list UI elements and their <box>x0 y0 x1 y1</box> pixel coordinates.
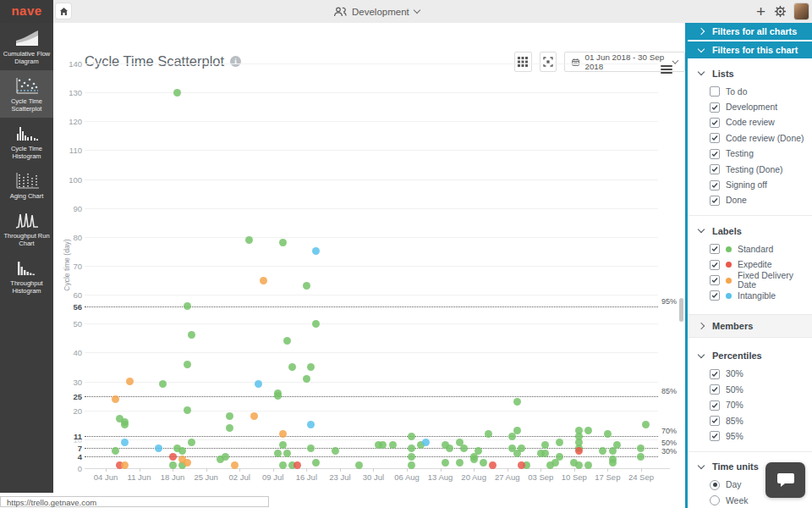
data-point[interactable] <box>294 461 301 469</box>
checkbox-option-70[interactable]: 70% <box>710 397 812 412</box>
section-head-labels[interactable]: Labels <box>688 224 812 238</box>
data-point[interactable] <box>288 363 296 371</box>
checkbox-option-codereviewdone[interactable]: Code review (Done) <box>710 130 812 146</box>
checkbox-checked[interactable] <box>710 180 720 190</box>
data-point[interactable] <box>312 459 320 467</box>
data-point[interactable] <box>188 439 195 446</box>
data-point[interactable] <box>178 447 186 455</box>
data-point[interactable] <box>274 392 282 400</box>
radio-unselected[interactable] <box>710 495 720 505</box>
data-point[interactable] <box>389 441 397 449</box>
checkbox-checked[interactable] <box>710 400 720 411</box>
plus-icon[interactable]: + <box>755 3 766 19</box>
data-point[interactable] <box>408 453 415 461</box>
data-point[interactable] <box>245 236 253 244</box>
grid-view-button[interactable] <box>514 52 532 72</box>
data-point[interactable] <box>609 447 617 455</box>
data-point[interactable] <box>513 398 521 406</box>
sidebar-item-cycle-time[interactable]: Cycle TimeHistogram <box>0 118 53 165</box>
checkbox-option-95[interactable]: 95% <box>710 428 812 444</box>
data-point[interactable] <box>169 453 177 461</box>
avatar[interactable] <box>794 3 809 19</box>
data-point[interactable] <box>112 395 119 403</box>
data-point[interactable] <box>184 406 191 414</box>
sidebar-item-cycle-time[interactable]: Cycle TimeScatterplot <box>0 70 53 118</box>
checkbox-checked[interactable] <box>710 275 720 285</box>
data-point[interactable] <box>279 441 287 449</box>
checkbox-option-testingdone[interactable]: Testing (Done) <box>710 162 812 177</box>
checkbox-checked[interactable] <box>710 118 720 128</box>
checkbox-checked[interactable] <box>710 431 720 441</box>
checkbox-checked[interactable] <box>710 290 720 301</box>
sidebar-item-throughput[interactable]: ThroughputHistogram <box>0 252 53 300</box>
checkbox-option-85[interactable]: 85% <box>710 413 812 428</box>
data-point[interactable] <box>279 239 287 246</box>
board-selector[interactable]: Development <box>333 0 420 23</box>
data-point[interactable] <box>470 456 478 463</box>
data-point[interactable] <box>609 459 617 467</box>
data-point[interactable] <box>408 444 415 452</box>
data-point[interactable] <box>112 447 119 455</box>
fullscreen-button[interactable] <box>540 52 557 72</box>
data-point[interactable] <box>312 320 320 328</box>
data-point[interactable] <box>250 412 258 420</box>
data-point[interactable] <box>169 461 177 469</box>
panel-header-filters-for-this-chart[interactable]: Filters for this chart <box>688 41 812 58</box>
data-point[interactable] <box>279 461 287 469</box>
checkbox-checked[interactable] <box>710 149 720 159</box>
checkbox-checked[interactable] <box>710 196 720 206</box>
chart-menu-hamburger-icon[interactable] <box>661 65 672 75</box>
sidebar-item-cumulative-flow[interactable]: Cumulative FlowDiagram <box>0 23 53 70</box>
checkbox-checked[interactable] <box>710 102 720 113</box>
checkbox-option-todo[interactable]: To do <box>710 84 812 99</box>
data-point[interactable] <box>184 459 191 467</box>
data-point[interactable] <box>575 461 583 469</box>
data-point[interactable] <box>456 459 464 467</box>
scrollbar[interactable] <box>679 298 683 322</box>
data-point[interactable] <box>485 430 492 438</box>
data-point[interactable] <box>184 361 191 368</box>
checkbox-checked[interactable] <box>710 244 720 254</box>
data-point[interactable] <box>460 444 468 452</box>
data-point[interactable] <box>513 450 521 457</box>
section-head-percentiles[interactable]: Percentiles <box>688 349 812 363</box>
panel-header-filters-for-all-charts[interactable]: Filters for all charts <box>688 23 812 40</box>
checkbox-checked[interactable] <box>710 416 720 426</box>
home-button[interactable] <box>56 3 71 19</box>
checkbox-checked[interactable] <box>710 260 720 270</box>
checkbox-checked[interactable] <box>710 369 720 379</box>
gear-icon[interactable] <box>774 5 787 18</box>
checkbox-option-development[interactable]: Development <box>710 99 812 114</box>
data-point[interactable] <box>332 447 339 455</box>
chat-button[interactable] <box>765 462 805 498</box>
sidebar-item-aging-chart[interactable]: Aging Chart <box>0 165 53 205</box>
checkbox-option-intangible[interactable]: Intangible <box>710 288 812 303</box>
data-point[interactable] <box>303 375 310 383</box>
checkbox-option-signingoff[interactable]: Signing off <box>710 177 812 192</box>
data-point[interactable] <box>173 89 181 97</box>
checkbox-checked[interactable] <box>710 133 720 143</box>
checkbox-checked[interactable] <box>710 384 720 395</box>
section-head-lists[interactable]: Lists <box>688 66 812 80</box>
data-point[interactable] <box>355 461 363 469</box>
data-point[interactable] <box>446 444 453 452</box>
data-point[interactable] <box>260 277 267 284</box>
checkbox-option-fixeddeliverydate[interactable]: Fixed Delivery Date <box>710 273 812 288</box>
checkbox-option-codereview[interactable]: Code review <box>710 115 812 130</box>
data-point[interactable] <box>480 459 487 467</box>
data-point[interactable] <box>126 378 134 385</box>
section-head-members[interactable]: Members <box>688 314 812 338</box>
info-icon[interactable]: i <box>230 56 241 67</box>
checkbox-option-50[interactable]: 50% <box>710 382 812 397</box>
data-point[interactable] <box>575 447 583 455</box>
data-point[interactable] <box>422 439 430 446</box>
checkbox-checked[interactable] <box>710 164 720 174</box>
checkbox-option-testing[interactable]: Testing <box>710 146 812 162</box>
checkbox-option-done[interactable]: Done <box>710 193 812 208</box>
checkbox-option-standard[interactable]: Standard <box>710 241 812 257</box>
data-point[interactable] <box>604 430 612 438</box>
data-point[interactable] <box>442 459 449 467</box>
data-point[interactable] <box>279 430 287 438</box>
checkbox-option-30[interactable]: 30% <box>710 367 812 382</box>
radio-selected[interactable] <box>710 480 720 490</box>
